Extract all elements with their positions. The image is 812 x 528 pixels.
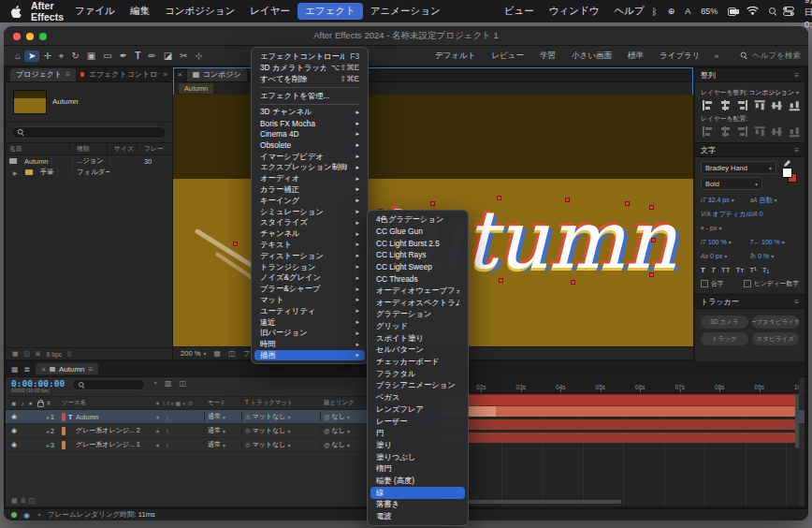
close-panel-icon[interactable]: × [178,70,182,79]
clone-stamp-tool-icon[interactable]: ◪ [160,51,176,62]
selection-handle[interactable] [651,238,656,242]
menubar-menu[interactable]: ファイル [67,3,123,20]
selection-handle[interactable] [497,196,501,200]
effects-menu-category[interactable]: ユーティリティ▸ [254,305,365,316]
panel-menu-icon[interactable]: ≡ [794,298,799,306]
layer-matte-dropdown[interactable]: ◎マットなし▾ [241,426,320,435]
line-spacing-field[interactable]: ≡- px▾ [701,225,750,231]
tab-overflow-icon[interactable]: » [164,70,167,79]
selection-handle[interactable] [649,272,654,277]
effects-menu-category[interactable]: 描画▸ [254,350,365,361]
layer-switches[interactable]: ✶ ∖ [153,414,204,420]
spotlight-search-icon[interactable] [769,7,773,16]
layer-mode-dropdown[interactable]: 通常▾ [204,440,241,449]
magnification-dropdown[interactable]: 200 %▾ [181,349,207,358]
flowchart-icon[interactable]: ≣ [24,365,31,374]
generate-submenu-item[interactable]: オーディオスペクトラム [370,297,465,309]
layer-switches[interactable]: ✶ ∖ [153,428,204,434]
align-right-button[interactable] [737,100,747,110]
tracker-button[interactable]: トラック [701,332,748,345]
grid-guides-icon[interactable]: ▦ [214,349,222,358]
layer-matte-dropdown[interactable]: ◎マットなし▾ [241,440,320,449]
tab-composition[interactable]: コンポジシ [187,68,247,81]
effects-menu-category[interactable]: キーイング▸ [254,195,365,206]
battery-icon[interactable] [728,7,736,16]
tsume-field[interactable]: あ0 %▾ [750,252,800,260]
brush-tool-icon[interactable]: ✏ [144,51,159,62]
effects-menu-category[interactable]: Cinema 4D▸ [254,129,365,140]
effects-menu-category[interactable]: ノイズ&グレイン▸ [254,272,365,284]
tracking-field[interactable]: VA0 [750,211,800,217]
render-queue-icon[interactable]: ▦ [11,365,19,374]
fill-stroke-swatches[interactable] [780,161,799,185]
menubar-menu[interactable]: アニメーション [363,3,448,20]
layer-duration-bar[interactable] [442,433,795,443]
panel-menu-icon[interactable]: ≡ [794,71,799,80]
layer-duration-bar[interactable] [442,406,795,417]
project-row-folder[interactable]: ▶手筆 フォルダー [6,167,172,178]
layer-visibility-eye-icon[interactable]: ◉ [11,441,17,448]
character-panel-header[interactable]: 文字≡ [695,142,805,157]
align-target-dropdown[interactable]: コンポジション▾ [748,88,799,97]
horizontal-scrollbar[interactable] [443,500,621,504]
vertical-scrollbar[interactable] [795,394,799,448]
timeline-search-input[interactable] [72,379,145,390]
selection-handle[interactable] [430,201,435,206]
layer-visibility-eye-icon[interactable]: ◉ [11,427,17,434]
control-center-icon[interactable] [783,7,794,16]
window-titlebar[interactable]: After Effects 2024 - 名称未設定プロジェクト 1 [4,26,808,46]
workspace-tab[interactable]: 学習 [538,50,558,63]
effects-menu-category[interactable]: トランジション▸ [254,261,365,272]
draft-3d-icon[interactable]: ▥ [165,379,172,388]
effects-menu-category[interactable]: チャンネル▸ [254,228,365,240]
camera-tool-icon[interactable]: ▣ [83,51,99,62]
distribute-top-button[interactable] [754,126,764,137]
orbit-camera-tool-icon[interactable]: ↻ [67,51,82,62]
layer-mode-dropdown[interactable]: 通常▾ [204,412,241,421]
menubar-menu[interactable]: コンポジション [157,3,242,20]
effects-menu-category[interactable]: テキスト▸ [254,240,365,251]
track-matte-column[interactable]: T トラックマット [241,399,320,407]
menubar-menu[interactable]: ウィンドウ [542,3,607,20]
expand-render-time-icon[interactable]: ◫ [29,497,38,504]
new-folder-icon[interactable]: ◫ [23,350,29,358]
generate-submenu-item[interactable]: CC Light Rays [370,249,465,261]
composition-breadcrumb[interactable]: Autumn [179,83,213,94]
kerning-field[interactable]: V/Aオプティカル▾ [701,210,750,219]
generate-submenu-item[interactable]: 楕円 [370,462,465,475]
baseline-shift-field[interactable]: Aa0 px▾ [701,253,750,259]
align-top-button[interactable] [754,100,764,110]
project-color-depth[interactable]: 8 bpc [47,351,63,358]
source-name-column[interactable]: ソース名 [62,399,153,407]
tab-project[interactable]: プロジェクト≡ [10,68,76,81]
home-tool-icon[interactable]: ⌂ [11,51,24,62]
panel-menu-icon[interactable]: ≡ [89,365,94,374]
leading-field[interactable]: aA自動▾ [750,196,800,205]
distribute-vertical-center-button[interactable] [772,126,782,137]
preview-status-icon[interactable]: ◔ [36,511,41,520]
layer-mode-dropdown[interactable]: 通常▾ [204,426,241,435]
generate-submenu-item[interactable]: ベガス [370,391,465,403]
menubar-clock[interactable]: 9月24日(火) 0:22 [805,0,812,29]
generate-submenu-item[interactable]: レーザー [370,416,465,428]
font-family-dropdown[interactable]: Bradley Hand▾ [701,161,776,174]
selection-handle[interactable] [233,242,238,246]
effects-menu-category[interactable]: シミュレーション▸ [254,206,365,217]
generate-submenu-item[interactable]: 線 [370,487,465,499]
generate-submenu-item[interactable]: CC Light Sweep [370,261,465,273]
hand-tool-icon[interactable]: ✛ [39,51,54,62]
fill-color-swatch[interactable] [782,168,792,178]
panel-menu-icon[interactable]: ≡ [65,70,70,79]
selection-handle[interactable] [571,280,575,285]
generate-submenu-item[interactable]: 塗り [370,439,465,451]
generate-submenu-item[interactable]: 4色グラデーション [370,213,465,226]
align-left-button[interactable] [703,100,713,110]
menubar-menu[interactable]: ビュー [497,3,542,20]
expand-transfer-controls-icon[interactable]: ▦ [11,497,21,504]
layer-visibility-eye-icon[interactable]: ◉ [11,413,17,420]
tab-effect-controls[interactable]: エフェクトコントロールA [89,69,159,80]
align-horizontal-center-button[interactable] [720,100,731,110]
workspace-overflow-icon[interactable]: » [714,51,718,61]
bluetooth-icon[interactable]: ᛒ [652,7,658,17]
workspace-tab[interactable]: 標準 [626,50,645,63]
